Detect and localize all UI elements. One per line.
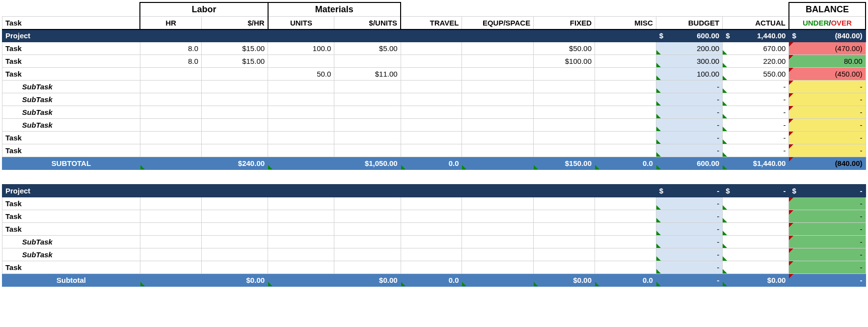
table-row[interactable]: SubTask--	[2, 248, 866, 261]
cell-misc[interactable]	[595, 132, 656, 144]
cell-units[interactable]	[268, 55, 334, 68]
cell-hr[interactable]	[140, 132, 201, 144]
budget-table[interactable]: Labor Materials BALANCE Task HR $/HR UNI…	[2, 2, 866, 287]
table-row[interactable]: SubTask---	[2, 81, 866, 93]
cell-urate[interactable]	[334, 132, 401, 144]
cell-actual[interactable]	[723, 197, 789, 210]
cell-travel[interactable]	[401, 248, 462, 261]
cell-fixed[interactable]	[534, 236, 595, 248]
table-row[interactable]: SubTask---	[2, 106, 866, 119]
cell-units[interactable]	[268, 210, 334, 223]
cell-hr[interactable]	[140, 68, 201, 81]
cell-fixed[interactable]: $50.00	[534, 42, 595, 55]
cell-actual[interactable]: -	[723, 144, 789, 157]
cell-equip[interactable]	[462, 261, 534, 274]
cell-units[interactable]: 100.0	[268, 42, 334, 55]
cell-rate[interactable]	[201, 144, 268, 157]
cell-travel[interactable]	[401, 223, 462, 236]
cell-actual[interactable]: -	[723, 119, 789, 132]
cell-equip[interactable]	[462, 81, 534, 93]
cell-rate[interactable]	[201, 119, 268, 132]
cell-units[interactable]: 50.0	[268, 68, 334, 81]
cell-actual[interactable]: -	[723, 132, 789, 144]
cell-rate[interactable]	[201, 93, 268, 106]
cell-rate[interactable]: $15.00	[201, 55, 268, 68]
cell-actual[interactable]	[723, 210, 789, 223]
cell-misc[interactable]	[595, 236, 656, 248]
table-row[interactable]: Task8.0$15.00$100.00300.00220.0080.00	[2, 55, 866, 68]
cell-equip[interactable]	[462, 236, 534, 248]
cell-equip[interactable]	[462, 248, 534, 261]
cell-urate[interactable]	[334, 210, 401, 223]
cell-misc[interactable]	[595, 261, 656, 274]
cell-misc[interactable]	[595, 42, 656, 55]
table-row[interactable]: SubTask--	[2, 236, 866, 248]
table-row[interactable]: Task--	[2, 197, 866, 210]
cell-rate[interactable]	[201, 248, 268, 261]
cell-actual[interactable]	[723, 236, 789, 248]
cell-actual[interactable]: 550.00	[723, 68, 789, 81]
cell-units[interactable]	[268, 93, 334, 106]
cell-hr[interactable]	[140, 119, 201, 132]
cell-hr[interactable]	[140, 93, 201, 106]
cell-urate[interactable]	[334, 248, 401, 261]
table-row[interactable]: SubTask---	[2, 119, 866, 132]
cell-actual[interactable]	[723, 261, 789, 274]
cell-units[interactable]	[268, 144, 334, 157]
cell-fixed[interactable]	[534, 93, 595, 106]
cell-urate[interactable]	[334, 106, 401, 119]
cell-misc[interactable]	[595, 81, 656, 93]
cell-urate[interactable]: $5.00	[334, 42, 401, 55]
cell-travel[interactable]	[401, 93, 462, 106]
cell-fixed[interactable]: $100.00	[534, 55, 595, 68]
cell-travel[interactable]	[401, 144, 462, 157]
cell-urate[interactable]	[334, 55, 401, 68]
cell-travel[interactable]	[401, 81, 462, 93]
cell-hr[interactable]	[140, 261, 201, 274]
cell-fixed[interactable]	[534, 119, 595, 132]
cell-equip[interactable]	[462, 210, 534, 223]
cell-hr[interactable]	[140, 236, 201, 248]
table-row[interactable]: SubTask---	[2, 93, 866, 106]
cell-misc[interactable]	[595, 55, 656, 68]
cell-fixed[interactable]	[534, 261, 595, 274]
cell-rate[interactable]	[201, 106, 268, 119]
cell-fixed[interactable]	[534, 248, 595, 261]
cell-misc[interactable]	[595, 144, 656, 157]
cell-equip[interactable]	[462, 119, 534, 132]
cell-actual[interactable]: -	[723, 106, 789, 119]
cell-hr[interactable]: 8.0	[140, 42, 201, 55]
cell-units[interactable]	[268, 248, 334, 261]
project-row[interactable]: Project $600.00 $1,440.00 $(840.00)	[2, 29, 866, 42]
cell-hr[interactable]	[140, 223, 201, 236]
cell-equip[interactable]	[462, 106, 534, 119]
cell-urate[interactable]	[334, 197, 401, 210]
cell-units[interactable]	[268, 81, 334, 93]
table-row[interactable]: Task--	[2, 261, 866, 274]
cell-misc[interactable]	[595, 210, 656, 223]
table-row[interactable]: Task8.0$15.00100.0$5.00$50.00200.00670.0…	[2, 42, 866, 55]
cell-urate[interactable]	[334, 119, 401, 132]
table-row[interactable]: Task--	[2, 223, 866, 236]
cell-misc[interactable]	[595, 119, 656, 132]
cell-travel[interactable]	[401, 42, 462, 55]
cell-rate[interactable]	[201, 223, 268, 236]
cell-equip[interactable]	[462, 223, 534, 236]
cell-misc[interactable]	[595, 68, 656, 81]
cell-travel[interactable]	[401, 197, 462, 210]
cell-hr[interactable]	[140, 106, 201, 119]
cell-fixed[interactable]	[534, 144, 595, 157]
table-row[interactable]: Task--	[2, 210, 866, 223]
cell-actual[interactable]	[723, 223, 789, 236]
cell-hr[interactable]	[140, 81, 201, 93]
cell-actual[interactable]: 220.00	[723, 55, 789, 68]
cell-units[interactable]	[268, 106, 334, 119]
cell-travel[interactable]	[401, 106, 462, 119]
cell-equip[interactable]	[462, 144, 534, 157]
table-row[interactable]: Task50.0$11.00100.00550.00(450.00)	[2, 68, 866, 81]
cell-fixed[interactable]	[534, 210, 595, 223]
cell-equip[interactable]	[462, 132, 534, 144]
cell-actual[interactable]: -	[723, 93, 789, 106]
cell-units[interactable]	[268, 236, 334, 248]
project-row[interactable]: Project $- $- $-	[2, 185, 866, 197]
